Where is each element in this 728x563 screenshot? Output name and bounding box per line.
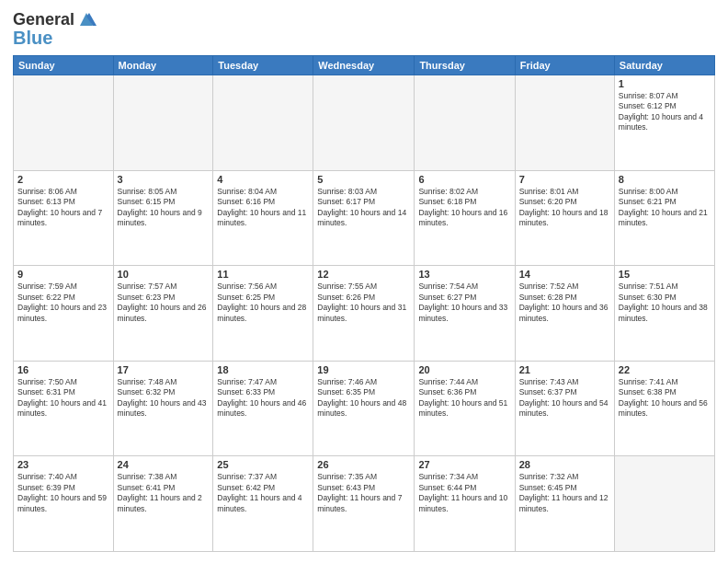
calendar-cell: 22Sunrise: 7:41 AM Sunset: 6:38 PM Dayli…	[614, 361, 714, 456]
day-number: 13	[418, 269, 510, 280]
calendar-cell: 15Sunrise: 7:51 AM Sunset: 6:30 PM Dayli…	[614, 266, 714, 362]
day-number: 23	[17, 459, 109, 470]
logo: General Blue	[13, 11, 97, 48]
calendar-cell: 2Sunrise: 8:06 AM Sunset: 6:13 PM Daylig…	[14, 170, 114, 266]
calendar-cell: 5Sunrise: 8:03 AM Sunset: 6:17 PM Daylig…	[313, 170, 415, 266]
day-info: Sunrise: 8:00 AM Sunset: 6:21 PM Dayligh…	[619, 187, 711, 229]
day-number: 12	[317, 269, 410, 280]
calendar-cell: 17Sunrise: 7:48 AM Sunset: 6:32 PM Dayli…	[113, 361, 213, 456]
day-number: 20	[418, 364, 510, 375]
day-info: Sunrise: 7:37 AM Sunset: 6:42 PM Dayligh…	[217, 472, 309, 514]
calendar-cell	[113, 75, 213, 171]
day-number: 2	[17, 174, 109, 185]
calendar-cell: 3Sunrise: 8:05 AM Sunset: 6:15 PM Daylig…	[113, 170, 213, 266]
calendar-cell: 8Sunrise: 8:00 AM Sunset: 6:21 PM Daylig…	[614, 170, 714, 266]
weekday-header-cell: Saturday	[614, 56, 714, 75]
day-number: 21	[519, 364, 610, 375]
weekday-header-cell: Sunday	[14, 56, 114, 75]
day-number: 9	[17, 269, 109, 280]
logo-blue-text: Blue	[13, 28, 52, 48]
calendar-cell: 28Sunrise: 7:32 AM Sunset: 6:45 PM Dayli…	[515, 456, 614, 552]
calendar-cell: 14Sunrise: 7:52 AM Sunset: 6:28 PM Dayli…	[515, 266, 614, 362]
calendar-cell: 16Sunrise: 7:50 AM Sunset: 6:31 PM Dayli…	[14, 361, 114, 456]
day-number: 16	[17, 364, 109, 375]
day-info: Sunrise: 7:48 AM Sunset: 6:32 PM Dayligh…	[118, 377, 210, 419]
day-number: 11	[217, 269, 309, 280]
day-info: Sunrise: 8:02 AM Sunset: 6:18 PM Dayligh…	[418, 187, 510, 229]
calendar-cell	[213, 75, 313, 171]
day-number: 24	[118, 459, 210, 470]
calendar-week-row: 16Sunrise: 7:50 AM Sunset: 6:31 PM Dayli…	[14, 361, 715, 456]
day-info: Sunrise: 8:01 AM Sunset: 6:20 PM Dayligh…	[519, 187, 610, 229]
calendar-cell	[313, 75, 415, 171]
day-info: Sunrise: 8:05 AM Sunset: 6:15 PM Dayligh…	[118, 187, 210, 229]
day-number: 4	[217, 174, 309, 185]
calendar-cell: 7Sunrise: 8:01 AM Sunset: 6:20 PM Daylig…	[515, 170, 614, 266]
calendar-cell: 19Sunrise: 7:46 AM Sunset: 6:35 PM Dayli…	[313, 361, 415, 456]
day-info: Sunrise: 7:38 AM Sunset: 6:41 PM Dayligh…	[118, 472, 210, 514]
day-info: Sunrise: 8:06 AM Sunset: 6:13 PM Dayligh…	[17, 187, 109, 229]
calendar-cell: 18Sunrise: 7:47 AM Sunset: 6:33 PM Dayli…	[213, 361, 313, 456]
day-info: Sunrise: 7:32 AM Sunset: 6:45 PM Dayligh…	[519, 472, 610, 514]
calendar-cell: 9Sunrise: 7:59 AM Sunset: 6:22 PM Daylig…	[14, 266, 114, 362]
calendar-cell: 27Sunrise: 7:34 AM Sunset: 6:44 PM Dayli…	[415, 456, 515, 552]
day-number: 22	[619, 364, 711, 375]
calendar-page: General Blue SundayMondayTuesdayWednesda…	[0, 0, 728, 563]
calendar-cell: 21Sunrise: 7:43 AM Sunset: 6:37 PM Dayli…	[515, 361, 614, 456]
calendar-cell	[14, 75, 114, 171]
day-info: Sunrise: 7:51 AM Sunset: 6:30 PM Dayligh…	[619, 282, 711, 324]
day-info: Sunrise: 7:47 AM Sunset: 6:33 PM Dayligh…	[217, 377, 309, 419]
day-info: Sunrise: 7:35 AM Sunset: 6:43 PM Dayligh…	[317, 472, 410, 514]
day-info: Sunrise: 8:04 AM Sunset: 6:16 PM Dayligh…	[217, 187, 309, 229]
weekday-header: SundayMondayTuesdayWednesdayThursdayFrid…	[14, 56, 715, 75]
calendar-cell	[515, 75, 614, 171]
calendar-cell: 12Sunrise: 7:55 AM Sunset: 6:26 PM Dayli…	[313, 266, 415, 362]
day-number: 8	[619, 174, 711, 185]
calendar-cell: 4Sunrise: 8:04 AM Sunset: 6:16 PM Daylig…	[213, 170, 313, 266]
calendar-week-row: 2Sunrise: 8:06 AM Sunset: 6:13 PM Daylig…	[14, 170, 715, 266]
day-info: Sunrise: 7:54 AM Sunset: 6:27 PM Dayligh…	[418, 282, 510, 324]
calendar-cell: 13Sunrise: 7:54 AM Sunset: 6:27 PM Dayli…	[415, 266, 515, 362]
weekday-header-cell: Monday	[113, 56, 213, 75]
day-info: Sunrise: 7:44 AM Sunset: 6:36 PM Dayligh…	[418, 377, 510, 419]
day-info: Sunrise: 7:43 AM Sunset: 6:37 PM Dayligh…	[519, 377, 610, 419]
day-number: 6	[418, 174, 510, 185]
day-number: 19	[317, 364, 410, 375]
day-number: 26	[317, 459, 410, 470]
day-info: Sunrise: 7:41 AM Sunset: 6:38 PM Dayligh…	[619, 377, 711, 419]
calendar-cell: 11Sunrise: 7:56 AM Sunset: 6:25 PM Dayli…	[213, 266, 313, 362]
weekday-header-cell: Friday	[515, 56, 614, 75]
day-number: 27	[418, 459, 510, 470]
header: General Blue	[13, 11, 715, 48]
day-info: Sunrise: 7:52 AM Sunset: 6:28 PM Dayligh…	[519, 282, 610, 324]
calendar-cell: 1Sunrise: 8:07 AM Sunset: 6:12 PM Daylig…	[614, 75, 714, 171]
day-number: 3	[118, 174, 210, 185]
calendar-cell: 10Sunrise: 7:57 AM Sunset: 6:23 PM Dayli…	[113, 266, 213, 362]
day-info: Sunrise: 7:55 AM Sunset: 6:26 PM Dayligh…	[317, 282, 410, 324]
day-info: Sunrise: 7:50 AM Sunset: 6:31 PM Dayligh…	[17, 377, 109, 419]
day-info: Sunrise: 7:57 AM Sunset: 6:23 PM Dayligh…	[118, 282, 210, 324]
calendar-cell	[614, 456, 714, 552]
calendar-table: SundayMondayTuesdayWednesdayThursdayFrid…	[13, 55, 715, 552]
calendar-week-row: 1Sunrise: 8:07 AM Sunset: 6:12 PM Daylig…	[14, 75, 715, 171]
calendar-cell: 23Sunrise: 7:40 AM Sunset: 6:39 PM Dayli…	[14, 456, 114, 552]
calendar-cell: 6Sunrise: 8:02 AM Sunset: 6:18 PM Daylig…	[415, 170, 515, 266]
day-info: Sunrise: 7:34 AM Sunset: 6:44 PM Dayligh…	[418, 472, 510, 514]
day-number: 17	[118, 364, 210, 375]
day-number: 28	[519, 459, 610, 470]
weekday-header-cell: Tuesday	[213, 56, 313, 75]
day-info: Sunrise: 7:40 AM Sunset: 6:39 PM Dayligh…	[17, 472, 109, 514]
day-info: Sunrise: 7:46 AM Sunset: 6:35 PM Dayligh…	[317, 377, 410, 419]
day-number: 14	[519, 269, 610, 280]
calendar-week-row: 23Sunrise: 7:40 AM Sunset: 6:39 PM Dayli…	[14, 456, 715, 552]
day-number: 10	[118, 269, 210, 280]
day-number: 18	[217, 364, 309, 375]
day-info: Sunrise: 7:59 AM Sunset: 6:22 PM Dayligh…	[17, 282, 109, 324]
calendar-cell: 26Sunrise: 7:35 AM Sunset: 6:43 PM Dayli…	[313, 456, 415, 552]
calendar-cell	[415, 75, 515, 171]
day-number: 5	[317, 174, 410, 185]
logo-icon	[76, 9, 97, 29]
day-info: Sunrise: 8:03 AM Sunset: 6:17 PM Dayligh…	[317, 187, 410, 229]
day-number: 15	[619, 269, 711, 280]
day-number: 7	[519, 174, 610, 185]
